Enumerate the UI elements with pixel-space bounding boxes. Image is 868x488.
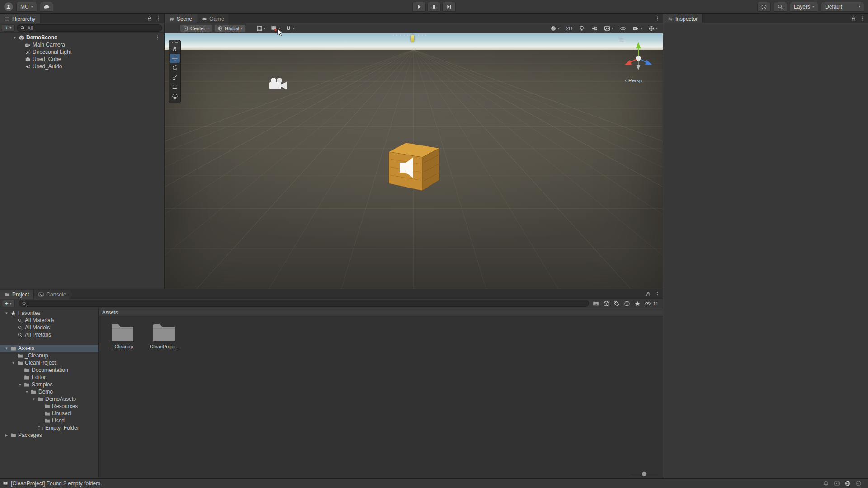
tree-item-demoscene[interactable]: ▼DemoScene <box>0 34 164 41</box>
tree-item-all-prefabs[interactable]: All Prefabs <box>0 331 98 338</box>
tree-item-assets[interactable]: ▼Assets <box>0 345 98 352</box>
lock-icon[interactable] <box>646 291 651 297</box>
account-avatar[interactable] <box>4 2 14 12</box>
tab-scene[interactable]: Scene <box>165 14 197 23</box>
tab-hierarchy[interactable]: Hierarchy <box>0 14 40 23</box>
info-icon[interactable] <box>624 300 630 307</box>
create-asset-button[interactable]: + ▾ <box>2 300 15 307</box>
snap-increment-dropdown[interactable]: ▾ <box>269 24 282 32</box>
panel-menu-icon[interactable] <box>655 291 660 297</box>
tree-item-main-camera[interactable]: Main Camera <box>0 41 164 48</box>
gizmos-dropdown[interactable]: ▾ <box>647 24 659 32</box>
open-asset-icon[interactable] <box>593 300 599 307</box>
status-message[interactable]: [CleanProject] Found 2 empty folders. <box>11 480 102 487</box>
expander-icon[interactable]: ▼ <box>17 383 23 387</box>
tab-console[interactable]: Console <box>34 290 71 299</box>
expander-icon[interactable]: ▼ <box>4 347 9 351</box>
transform-tool-button[interactable] <box>170 92 180 101</box>
2d-toggle-button[interactable]: 2D <box>565 24 574 32</box>
tree-item-favorites[interactable]: ▼Favorites <box>0 310 98 317</box>
global-search-button[interactable] <box>774 2 787 12</box>
audio-toggle-button[interactable] <box>590 24 599 32</box>
tree-item-samples[interactable]: ▼Samples <box>0 381 98 388</box>
palette-grip[interactable] <box>172 42 178 43</box>
messages-icon[interactable] <box>834 480 840 487</box>
orientation-gizmo[interactable] <box>618 38 659 79</box>
panel-menu-icon[interactable] <box>860 16 865 21</box>
layers-dropdown[interactable]: Layers ▾ <box>790 2 818 12</box>
scene-viewport[interactable]: ‹ Persp <box>165 33 663 289</box>
tree-item-packages[interactable]: ▶Packages <box>0 432 98 439</box>
play-button[interactable] <box>412 2 426 12</box>
tree-item-resources[interactable]: Resources <box>0 403 98 410</box>
background-tasks-icon[interactable] <box>855 480 862 487</box>
tree-item-used-auido[interactable]: Used_Auido <box>0 63 164 70</box>
step-button[interactable] <box>442 2 456 12</box>
camera-settings-dropdown[interactable]: ▾ <box>631 24 643 32</box>
slider-thumb[interactable] <box>642 472 646 476</box>
tree-item-all-models[interactable]: All Models <box>0 324 98 331</box>
rotate-tool-button[interactable] <box>170 63 180 72</box>
undo-history-button[interactable] <box>757 2 771 12</box>
asset-zoom-slider[interactable] <box>630 471 658 477</box>
effects-dropdown[interactable]: ▾ <box>603 24 615 32</box>
tree-item-demoassets[interactable]: ▼DemoAssets <box>0 395 98 403</box>
expander-icon[interactable]: ▶ <box>4 433 9 437</box>
scale-tool-button[interactable] <box>170 73 180 82</box>
network-icon[interactable] <box>844 480 851 487</box>
tree-item-all-materials[interactable]: All Materials <box>0 317 98 324</box>
overlay-pill-handle[interactable] <box>411 35 414 42</box>
camera-gizmo[interactable] <box>268 77 288 91</box>
asset-folder--cleanup[interactable]: _Cleanup <box>106 323 139 349</box>
expander-icon[interactable]: ▼ <box>4 311 9 315</box>
tree-item-unused[interactable]: Unused <box>0 410 98 417</box>
snap-toggle-dropdown[interactable]: ▾ <box>284 24 296 32</box>
shading-mode-dropdown[interactable]: ▾ <box>549 24 561 32</box>
pivot-mode-dropdown[interactable]: Center ▾ <box>180 24 212 32</box>
expander-icon[interactable]: ▼ <box>24 390 30 394</box>
tree-item-demo[interactable]: ▼Demo <box>0 388 98 395</box>
cloud-services-button[interactable] <box>40 2 53 12</box>
orientation-dropdown[interactable]: Global ▾ <box>214 24 246 32</box>
label-icon[interactable] <box>613 300 620 307</box>
expander-icon[interactable]: ▼ <box>10 361 16 365</box>
panel-menu-icon[interactable] <box>655 16 660 21</box>
add-gameobject-button[interactable]: + ▾ <box>2 24 15 32</box>
tree-item-editor[interactable]: Editor <box>0 374 98 381</box>
tree-item-used-cube[interactable]: Used_Cube <box>0 56 164 63</box>
cube-object[interactable] <box>383 138 442 192</box>
tree-item-documentation[interactable]: Documentation <box>0 366 98 374</box>
account-dropdown[interactable]: MU ▾ <box>16 2 37 12</box>
scene-options-icon[interactable] <box>155 35 160 40</box>
view-tool-button[interactable] <box>170 44 180 53</box>
favorites-icon[interactable] <box>634 300 641 307</box>
tab-game[interactable]: Game <box>197 14 229 23</box>
lock-icon[interactable] <box>851 16 856 21</box>
tab-inspector[interactable]: Inspector <box>663 14 703 23</box>
project-search-input[interactable] <box>19 300 589 307</box>
pause-button[interactable] <box>427 2 441 12</box>
rect-tool-button[interactable] <box>170 82 180 91</box>
panel-menu-icon[interactable] <box>156 16 161 21</box>
tree-item-cleanproject[interactable]: ▼CleanProject <box>0 359 98 366</box>
hierarchy-search-input[interactable]: All <box>17 24 162 32</box>
lighting-toggle-button[interactable] <box>577 24 586 32</box>
asset-folder-cleanproje-[interactable]: CleanProje... <box>147 323 181 349</box>
console-message-icon[interactable] <box>3 481 8 486</box>
breadcrumb[interactable]: Assets <box>99 308 663 316</box>
lock-icon[interactable] <box>147 16 152 21</box>
tab-project[interactable]: Project <box>0 290 34 299</box>
expander-icon[interactable]: ▼ <box>31 397 37 401</box>
visibility-icon[interactable] <box>645 300 651 307</box>
layout-dropdown[interactable]: Default ▾ <box>821 2 864 12</box>
overlay-menu-icon[interactable] <box>619 37 624 42</box>
notification-bell-icon[interactable] <box>823 480 829 487</box>
tree-item-directional-light[interactable]: Directional Light <box>0 48 164 56</box>
tree-item-used[interactable]: Used <box>0 417 98 424</box>
grid-visibility-dropdown[interactable]: ▾ <box>255 24 267 32</box>
move-tool-button[interactable] <box>170 54 180 63</box>
projection-mode-label[interactable]: ‹ Persp <box>625 77 642 84</box>
tree-item--cleanup[interactable]: _Cleanup <box>0 352 98 359</box>
scene-visibility-toggle[interactable] <box>618 24 627 32</box>
package-icon[interactable] <box>603 300 609 307</box>
